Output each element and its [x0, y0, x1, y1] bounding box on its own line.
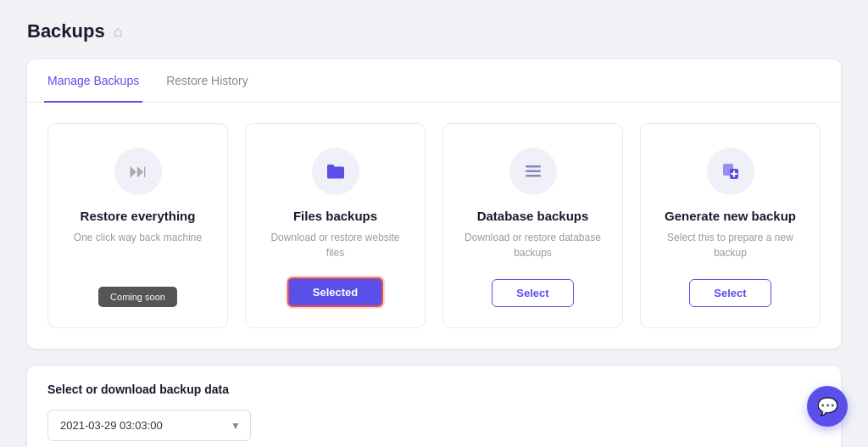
main-card: Manage Backups Restore History ⏭ Restore… [27, 59, 841, 349]
dropdown-wrap: 2021-03-29 03:03:00 2021-03-28 03:03:00 … [47, 410, 251, 441]
select-button-generate[interactable]: Select [689, 279, 771, 307]
svg-rect-1 [526, 170, 541, 173]
backup-cards-grid: ⏭ Restore everything One click way back … [27, 103, 841, 349]
tab-restore-history[interactable]: Restore History [163, 60, 251, 103]
folder-icon [326, 163, 346, 180]
page-title: Backups [27, 20, 105, 42]
card-desc-files: Download or restore website files [263, 230, 408, 260]
chat-bubble-button[interactable]: 💬 [807, 386, 848, 427]
select-button-db[interactable]: Select [492, 279, 573, 307]
home-icon[interactable]: ⌂ [114, 23, 123, 41]
chat-icon: 💬 [817, 396, 838, 416]
card-generate-backup: Generate new backup Select this to prepa… [640, 123, 821, 328]
card-desc-restore: One click way back machine [74, 230, 202, 270]
card-files-backups: Files backups Download or restore websit… [245, 123, 426, 328]
card-title-files: Files backups [293, 209, 377, 223]
section-card: Select or download backup data 2021-03-2… [27, 366, 841, 447]
restore-icon: ⏭ [129, 160, 147, 182]
card-icon-wrap-db [509, 148, 557, 195]
card-title-restore: Restore everything [81, 209, 196, 223]
card-title-db: Database backups [477, 209, 589, 223]
tabs-container: Manage Backups Restore History [27, 59, 841, 103]
section-title: Select or download backup data [47, 383, 821, 396]
card-icon-wrap-generate [707, 148, 754, 195]
generate-icon [721, 162, 740, 181]
database-icon [524, 162, 542, 181]
card-icon-wrap-files [312, 148, 359, 195]
svg-rect-2 [526, 175, 541, 177]
backup-date-dropdown[interactable]: 2021-03-29 03:03:00 2021-03-28 03:03:00 … [47, 410, 251, 441]
card-desc-db: Download or restore database backups [460, 230, 605, 262]
selected-button[interactable]: Selected [287, 277, 383, 307]
card-icon-wrap-restore: ⏭ [114, 148, 162, 195]
tab-manage-backups[interactable]: Manage Backups [44, 60, 142, 103]
card-title-generate: Generate new backup [665, 209, 796, 223]
card-restore-everything: ⏭ Restore everything One click way back … [47, 123, 228, 328]
card-desc-generate: Select this to prepare a new backup [658, 230, 803, 262]
coming-soon-badge: Coming soon [98, 287, 177, 307]
card-database-backups: Database backups Download or restore dat… [442, 123, 623, 328]
svg-rect-0 [526, 165, 541, 168]
